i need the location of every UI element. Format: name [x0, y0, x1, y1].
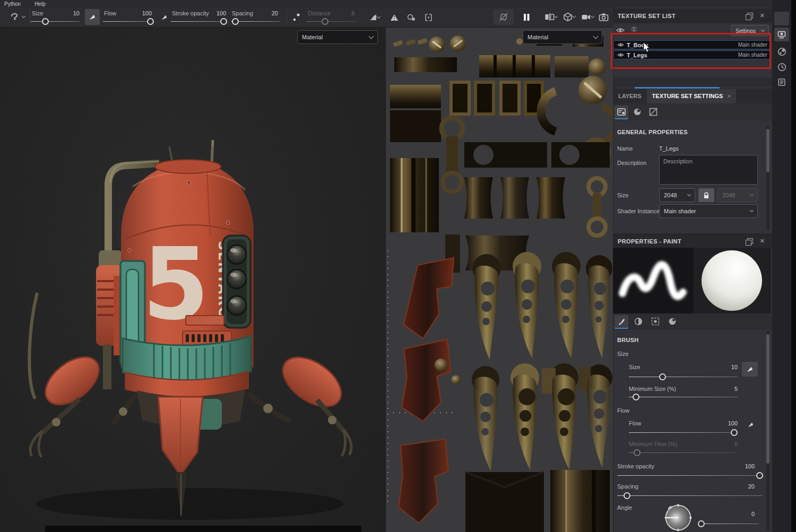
- log-shelf-button[interactable]: [774, 75, 789, 89]
- shader-settings-shelf-button[interactable]: [774, 45, 789, 58]
- close-tab-icon[interactable]: ×: [727, 93, 730, 99]
- spacing-slider[interactable]: [617, 492, 763, 499]
- falloff-curve-button[interactable]: [365, 11, 383, 24]
- material-dropdown-label: Material: [527, 34, 548, 40]
- brush-flow-label: Flow: [629, 420, 641, 426]
- shader-settings-mode-button[interactable]: [630, 106, 644, 118]
- close-panel-icon[interactable]: ×: [760, 237, 765, 244]
- material-tab-button[interactable]: [665, 315, 679, 328]
- hide-stencil-button[interactable]: [494, 9, 514, 25]
- screenshot-button[interactable]: [595, 9, 611, 25]
- stroke-opacity-slider[interactable]: [617, 472, 763, 479]
- toolbar-distance-value: 8: [338, 10, 354, 16]
- toolbar-stroke-opacity-value[interactable]: 100: [207, 10, 226, 16]
- chevron-down-icon: [750, 193, 754, 196]
- mouse-cursor: [643, 42, 652, 53]
- size-select[interactable]: 2048: [659, 188, 695, 202]
- brush-size-value[interactable]: 10: [716, 364, 738, 370]
- brush-preview-area: [613, 248, 771, 313]
- size-lock-button[interactable]: [698, 188, 714, 202]
- spacing-value[interactable]: 20: [733, 483, 755, 490]
- tab-layers[interactable]: LAYERS: [613, 89, 647, 103]
- stencil-tab-button[interactable]: [648, 315, 662, 328]
- camera-projection-button[interactable]: [560, 10, 577, 24]
- brush-size-slider[interactable]: [629, 373, 738, 380]
- menu-bar: Python Help: [0, 0, 796, 7]
- toolbar-flow-slider[interactable]: [103, 18, 153, 25]
- toolbar-flow-label: Flow: [104, 10, 116, 16]
- uv-reprojection-button[interactable]: [421, 11, 435, 24]
- toolbar-size-slider[interactable]: [31, 18, 80, 25]
- settings-scrollbar[interactable]: [766, 126, 769, 230]
- split-view-icon: [544, 13, 555, 21]
- symmetry-button[interactable]: [387, 11, 401, 24]
- camera-view-button[interactable]: [578, 10, 596, 24]
- stroke-opacity-value[interactable]: 100: [733, 463, 755, 469]
- flow-pressure-toggle[interactable]: [158, 12, 170, 22]
- material-channel-dropdown-2d[interactable]: Material: [523, 30, 602, 44]
- size-pen-pressure-button[interactable]: [742, 362, 758, 377]
- toolbar-size-value[interactable]: 10: [63, 10, 80, 16]
- flow-group-label: Flow: [617, 407, 629, 414]
- close-panel-icon[interactable]: ×: [760, 12, 765, 19]
- projection-settings-button[interactable]: [404, 11, 418, 24]
- paint-tool-button[interactable]: [6, 9, 28, 25]
- brush-panel-scrollbar[interactable]: [766, 332, 769, 530]
- history-shelf-button[interactable]: [774, 60, 789, 74]
- min-flow-slider: [629, 449, 738, 456]
- toolbar-distance-slider: [307, 18, 358, 25]
- detach-panel-icon[interactable]: [747, 238, 753, 244]
- toolbar-stroke-opacity-slider[interactable]: [171, 18, 226, 25]
- dock-splitter[interactable]: [613, 77, 772, 87]
- robot-3d-model[interactable]: 5 SENTARO: [0, 28, 386, 532]
- angle-value[interactable]: 0: [733, 511, 755, 517]
- main-toolbar: Size 10 Flow 100 Stroke opacity 100 Spac…: [0, 7, 613, 28]
- toolbar-spacing-value[interactable]: 20: [261, 10, 278, 16]
- size-select-value: 2048: [664, 192, 677, 198]
- panel-collapse-handle[interactable]: [774, 12, 789, 25]
- texture-set-settings-mode-button[interactable]: [615, 106, 628, 118]
- toolbar-distance-label: Distance: [308, 10, 331, 16]
- perspective-cube-icon: [563, 12, 573, 22]
- display-settings-shelf-button[interactable]: [774, 28, 789, 41]
- annotation-highlight-rectangle: [611, 33, 771, 69]
- description-field[interactable]: [659, 155, 758, 185]
- pen-pressure-icon: [747, 421, 754, 428]
- min-size-slider[interactable]: [629, 394, 738, 400]
- material-channel-dropdown-3d[interactable]: Material: [297, 30, 378, 44]
- menu-python[interactable]: Python: [4, 1, 21, 7]
- pen-pressure-icon: [746, 365, 754, 373]
- material-sphere-preview: [702, 250, 762, 311]
- size-height-select-locked: 2048: [717, 188, 758, 202]
- brush-flow-value[interactable]: 100: [716, 420, 738, 426]
- chevron-down-icon: [593, 34, 599, 39]
- stencil-icon: [651, 317, 660, 326]
- brush-tab-button[interactable]: [615, 315, 628, 328]
- viewport-2d-uv[interactable]: [386, 28, 613, 532]
- size-pressure-toggle[interactable]: [85, 9, 100, 25]
- toolbar-spacing-slider[interactable]: [231, 18, 280, 25]
- viewport-3d[interactable]: 5 SENTARO: [0, 28, 386, 532]
- size-group-label: Size: [617, 351, 628, 357]
- mesh-maps-mode-button[interactable]: [646, 106, 660, 118]
- general-properties-title: GENERAL PROPERTIES: [617, 129, 688, 135]
- detach-panel-icon[interactable]: [747, 13, 753, 19]
- info-icon[interactable]: ①: [631, 25, 637, 33]
- brush-flow-slider[interactable]: [629, 429, 738, 436]
- pause-engine-button[interactable]: [518, 9, 535, 25]
- toolbar-flow-value[interactable]: 100: [133, 10, 152, 16]
- flow-pen-pressure-button[interactable]: [744, 419, 757, 430]
- chevron-down-icon: [687, 193, 691, 196]
- log-list-icon: [777, 78, 786, 86]
- min-size-value[interactable]: 5: [716, 386, 738, 392]
- tab-texture-set-settings[interactable]: TEXTURE SET SETTINGS ×: [647, 89, 736, 103]
- angle-dial[interactable]: [662, 503, 694, 532]
- menu-help[interactable]: Help: [34, 1, 46, 7]
- material-ball-icon: [668, 317, 677, 326]
- alpha-tab-button[interactable]: [631, 315, 645, 328]
- shader-instance-select[interactable]: Main shader: [659, 204, 758, 218]
- uv-texture-atlas[interactable]: [386, 28, 613, 532]
- split-view-button[interactable]: [542, 10, 559, 24]
- display-settings-icon: [777, 31, 786, 39]
- angle-slider[interactable]: [698, 520, 759, 527]
